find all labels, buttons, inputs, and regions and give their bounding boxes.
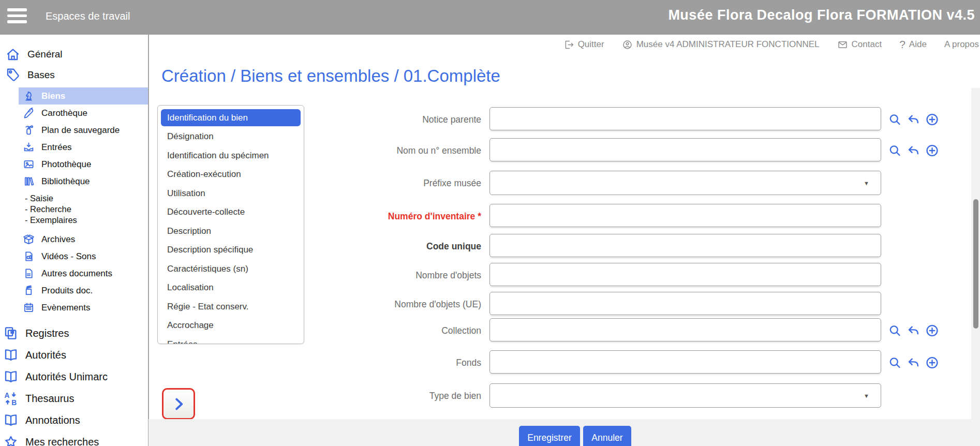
nom-ensemble-input[interactable] <box>489 138 881 161</box>
help-link[interactable]: ?Aide <box>899 38 927 51</box>
field-label: Préfixe musée <box>423 177 481 188</box>
menu-icon[interactable] <box>7 8 28 25</box>
prefixe-musee-select[interactable]: ▼ <box>489 171 881 195</box>
add-circle-icon[interactable] <box>925 112 939 126</box>
undo-icon[interactable] <box>907 355 920 369</box>
undo-icon[interactable] <box>907 112 920 126</box>
search-icon[interactable] <box>888 323 902 337</box>
fonds-input[interactable] <box>489 350 881 374</box>
save-button[interactable]: Enregistrer <box>519 426 580 446</box>
required-mark: * <box>478 211 481 221</box>
app-title: Musée Flora Decalog Flora FORMATION v4.5 <box>668 7 975 23</box>
form-row: Fonds <box>0 350 980 375</box>
field-label: Fonds <box>456 357 481 368</box>
scrollbar-thumb[interactable] <box>973 199 978 329</box>
sidebar-item-annotations[interactable]: Annotations <box>0 409 148 431</box>
type-de-bien-select[interactable]: ▼ <box>489 383 881 408</box>
star-icon <box>3 434 19 446</box>
form-row: Préfixe musée ▼ <box>0 171 980 195</box>
sidebar-item-mes-recherches[interactable]: Mes recherches <box>0 431 148 446</box>
field-label: Type de bien <box>429 390 481 401</box>
nombre-objets-ue-input[interactable] <box>489 292 881 315</box>
sidebar-item-bases[interactable]: Bases <box>0 65 148 85</box>
cancel-button[interactable]: Annuler <box>583 426 631 446</box>
question-icon: ? <box>899 38 905 51</box>
notice-parente-input[interactable] <box>489 107 881 130</box>
undo-icon[interactable] <box>907 323 920 337</box>
app-window: AB Espaces de travail Musée Flora Decalo… <box>0 0 980 446</box>
add-circle-icon[interactable] <box>925 323 939 337</box>
home-icon <box>5 47 21 62</box>
exit-icon <box>563 39 574 50</box>
code-unique-input[interactable] <box>489 234 881 257</box>
search-icon[interactable] <box>888 143 902 157</box>
utility-bar: Quitter Musée v4 ADMINISTRATEUR FONCTION… <box>563 35 979 54</box>
scrollbar-track[interactable] <box>971 88 980 446</box>
field-label: Notice parente <box>422 114 481 125</box>
form-row: Nom ou n° ensemble <box>0 138 980 162</box>
form-row: Nombre d'objets <box>0 263 980 287</box>
field-label: Nom ou n° ensemble <box>396 145 481 156</box>
add-circle-icon[interactable] <box>925 355 939 369</box>
form-row: Code unique <box>0 234 980 258</box>
quit-link[interactable]: Quitter <box>563 39 604 50</box>
contact-link[interactable]: Contact <box>837 39 882 50</box>
user-icon <box>622 39 633 50</box>
chess-knight-icon <box>23 90 35 102</box>
page-title: Création / Biens et ensembles / 01.Compl… <box>161 66 500 86</box>
form-row: Nombre d'objets (UE) <box>0 292 980 316</box>
sidebar-item-general[interactable]: Général <box>0 44 148 65</box>
nombre-objets-input[interactable] <box>489 263 881 286</box>
field-label: Collection <box>441 325 481 336</box>
top-bar: Espaces de travail Musée Flora Decalog F… <box>0 0 980 35</box>
chevron-down-icon: ▼ <box>864 393 869 399</box>
search-icon[interactable] <box>888 355 902 369</box>
workspace-label[interactable]: Espaces de travail <box>46 10 130 22</box>
form-row: Type de bien ▼ <box>0 383 980 408</box>
mail-icon <box>837 39 848 50</box>
form-row: Notice parente <box>0 107 980 131</box>
form-row: Numéro d'inventaire * <box>0 204 980 228</box>
field-label: Nombre d'objets (UE) <box>394 299 481 309</box>
about-link[interactable]: A propos <box>944 39 979 50</box>
field-label: Nombre d'objets <box>415 270 481 280</box>
search-icon[interactable] <box>888 112 902 126</box>
form-row: Collection <box>0 318 980 343</box>
open-book-icon <box>3 412 19 428</box>
user-account[interactable]: Musée v4 ADMINISTRATEUR FONCTIONNEL <box>622 39 820 50</box>
field-actions <box>888 355 939 369</box>
field-label-required: Numéro d'inventaire * <box>388 211 481 221</box>
add-circle-icon[interactable] <box>925 143 939 157</box>
chevron-down-icon: ▼ <box>864 180 869 186</box>
undo-icon[interactable] <box>907 143 920 157</box>
field-label: Code unique <box>426 241 481 251</box>
field-actions <box>888 112 939 126</box>
sidebar-item-biens[interactable]: Biens <box>19 87 148 105</box>
collection-input[interactable] <box>489 318 881 341</box>
field-actions <box>888 323 939 337</box>
tag-icon <box>5 67 21 83</box>
numero-inventaire-input[interactable] <box>489 204 881 227</box>
field-actions <box>888 143 939 157</box>
